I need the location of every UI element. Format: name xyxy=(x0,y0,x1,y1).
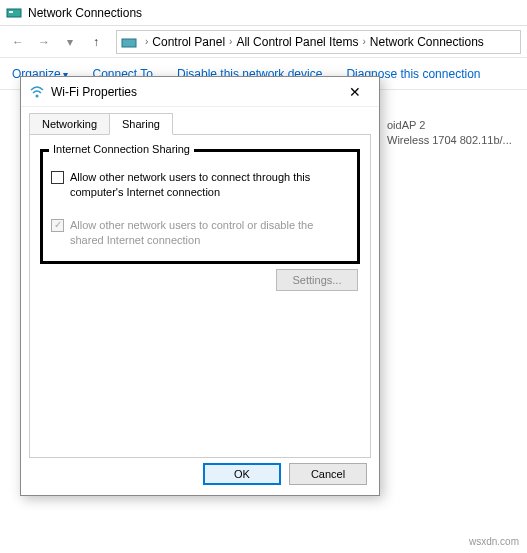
chevron-right-icon: › xyxy=(145,36,148,47)
breadcrumb[interactable]: › Control Panel › All Control Panel Item… xyxy=(116,30,521,54)
tab-panel-sharing: Internet Connection Sharing Allow other … xyxy=(29,134,371,458)
allow-control-label: Allow other network users to control or … xyxy=(70,218,349,248)
network-adapter-desc: Wireless 1704 802.11b/... xyxy=(387,133,517,148)
close-icon[interactable]: ✕ xyxy=(339,80,371,104)
breadcrumb-item[interactable]: Network Connections xyxy=(370,35,484,49)
dialog-title: Wi-Fi Properties xyxy=(51,85,339,99)
nav-back-icon[interactable]: ← xyxy=(6,30,30,54)
settings-button: Settings... xyxy=(276,269,358,291)
tab-networking[interactable]: Networking xyxy=(29,113,110,134)
cancel-button[interactable]: Cancel xyxy=(289,463,367,485)
checkbox-icon[interactable] xyxy=(51,171,64,184)
window-titlebar: Network Connections xyxy=(0,0,527,26)
wifi-properties-dialog: Wi-Fi Properties ✕ Networking Sharing In… xyxy=(20,76,380,496)
watermark: wsxdn.com xyxy=(469,536,519,547)
allow-connect-checkbox-row[interactable]: Allow other network users to connect thr… xyxy=(51,170,349,200)
ok-button[interactable]: OK xyxy=(203,463,281,485)
wifi-icon xyxy=(29,84,45,100)
breadcrumb-item[interactable]: All Control Panel Items xyxy=(236,35,358,49)
tab-sharing[interactable]: Sharing xyxy=(109,113,173,135)
group-legend: Internet Connection Sharing xyxy=(49,143,194,155)
nav-bar: ← → ▾ ↑ › Control Panel › All Control Pa… xyxy=(0,26,527,58)
window-icon xyxy=(6,5,22,21)
nav-up-icon[interactable]: ↑ xyxy=(84,30,108,54)
nav-forward-icon: → xyxy=(32,30,56,54)
dialog-buttons: OK Cancel xyxy=(203,463,367,485)
breadcrumb-item[interactable]: Control Panel xyxy=(152,35,225,49)
network-name: oidAP 2 xyxy=(387,118,517,133)
svg-point-3 xyxy=(36,94,39,97)
svg-rect-1 xyxy=(9,11,13,13)
chevron-right-icon: › xyxy=(229,36,232,47)
network-connection-item[interactable]: oidAP 2 Wireless 1704 802.11b/... xyxy=(387,118,517,149)
ics-group: Internet Connection Sharing Allow other … xyxy=(40,149,360,264)
chevron-right-icon: › xyxy=(362,36,365,47)
dialog-titlebar: Wi-Fi Properties ✕ xyxy=(21,77,379,107)
allow-control-checkbox-row: Allow other network users to control or … xyxy=(51,218,349,248)
allow-connect-label: Allow other network users to connect thr… xyxy=(70,170,349,200)
nav-recent-icon[interactable]: ▾ xyxy=(58,30,82,54)
breadcrumb-icon xyxy=(121,34,137,50)
tab-strip: Networking Sharing xyxy=(21,107,379,134)
checkbox-icon xyxy=(51,219,64,232)
svg-rect-2 xyxy=(122,39,136,47)
window-title: Network Connections xyxy=(28,6,142,20)
